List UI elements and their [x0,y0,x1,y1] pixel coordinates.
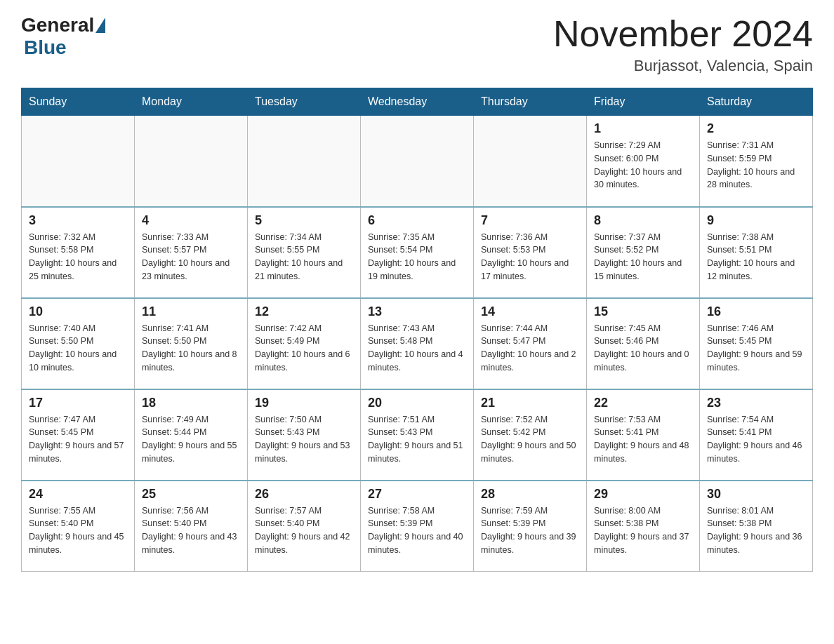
calendar-cell: 25Sunrise: 7:56 AMSunset: 5:40 PMDayligh… [135,481,248,572]
sun-info: Sunrise: 7:56 AMSunset: 5:40 PMDaylight:… [142,504,240,557]
col-header-wednesday: Wednesday [361,88,474,116]
day-number: 3 [29,213,127,228]
day-number: 16 [707,304,805,319]
day-number: 1 [594,121,692,136]
day-number: 6 [368,213,466,228]
sun-info: Sunrise: 7:33 AMSunset: 5:57 PMDaylight:… [142,231,240,283]
sun-info: Sunrise: 7:57 AMSunset: 5:40 PMDaylight:… [255,504,353,557]
calendar-cell: 24Sunrise: 7:55 AMSunset: 5:40 PMDayligh… [22,481,135,572]
sun-info: Sunrise: 7:49 AMSunset: 5:44 PMDaylight:… [142,413,240,466]
calendar-cell: 1Sunrise: 7:29 AMSunset: 6:00 PMDaylight… [587,116,700,207]
calendar-week-row: 17Sunrise: 7:47 AMSunset: 5:45 PMDayligh… [22,389,813,481]
calendar-cell: 6Sunrise: 7:35 AMSunset: 5:54 PMDaylight… [361,207,474,298]
sun-info: Sunrise: 7:52 AMSunset: 5:42 PMDaylight:… [481,413,579,466]
day-number: 21 [481,396,579,410]
sun-info: Sunrise: 7:34 AMSunset: 5:55 PMDaylight:… [255,231,353,283]
calendar-cell: 8Sunrise: 7:37 AMSunset: 5:52 PMDaylight… [587,207,700,298]
day-number: 12 [255,304,353,319]
logo-blue-text: Blue [24,36,67,58]
day-number: 25 [142,487,240,502]
calendar-cell: 17Sunrise: 7:47 AMSunset: 5:45 PMDayligh… [22,389,135,481]
calendar-week-row: 10Sunrise: 7:40 AMSunset: 5:50 PMDayligh… [22,298,813,389]
sun-info: Sunrise: 8:01 AMSunset: 5:38 PMDaylight:… [707,504,805,557]
sun-info: Sunrise: 7:32 AMSunset: 5:58 PMDaylight:… [29,231,127,283]
calendar-cell [22,116,135,207]
calendar-table: SundayMondayTuesdayWednesdayThursdayFrid… [21,88,813,572]
calendar-cell: 23Sunrise: 7:54 AMSunset: 5:41 PMDayligh… [700,389,813,481]
calendar-cell: 18Sunrise: 7:49 AMSunset: 5:44 PMDayligh… [135,389,248,481]
calendar-cell: 14Sunrise: 7:44 AMSunset: 5:47 PMDayligh… [474,298,587,389]
day-number: 30 [707,487,805,502]
sun-info: Sunrise: 7:53 AMSunset: 5:41 PMDaylight:… [594,413,692,466]
sun-info: Sunrise: 7:51 AMSunset: 5:43 PMDaylight:… [368,413,466,466]
col-header-saturday: Saturday [700,88,813,116]
calendar-cell: 12Sunrise: 7:42 AMSunset: 5:49 PMDayligh… [248,298,361,389]
sun-info: Sunrise: 7:59 AMSunset: 5:39 PMDaylight:… [481,504,579,557]
col-header-sunday: Sunday [22,88,135,116]
calendar-cell: 21Sunrise: 7:52 AMSunset: 5:42 PMDayligh… [474,389,587,481]
sun-info: Sunrise: 7:35 AMSunset: 5:54 PMDaylight:… [368,231,466,283]
day-number: 23 [707,396,805,410]
day-number: 2 [707,121,805,136]
calendar-cell: 16Sunrise: 7:46 AMSunset: 5:45 PMDayligh… [700,298,813,389]
day-number: 11 [142,304,240,319]
calendar-cell: 9Sunrise: 7:38 AMSunset: 5:51 PMDaylight… [700,207,813,298]
day-number: 27 [368,487,466,502]
page-header: General Blue November 2024 Burjassot, Va… [21,14,813,75]
calendar-week-row: 24Sunrise: 7:55 AMSunset: 5:40 PMDayligh… [22,481,813,572]
calendar-cell: 10Sunrise: 7:40 AMSunset: 5:50 PMDayligh… [22,298,135,389]
day-number: 5 [255,213,353,228]
day-number: 14 [481,304,579,319]
day-number: 19 [255,396,353,410]
col-header-tuesday: Tuesday [248,88,361,116]
sun-info: Sunrise: 7:58 AMSunset: 5:39 PMDaylight:… [368,504,466,557]
sun-info: Sunrise: 7:55 AMSunset: 5:40 PMDaylight:… [29,504,127,557]
calendar-cell: 19Sunrise: 7:50 AMSunset: 5:43 PMDayligh… [248,389,361,481]
calendar-cell: 7Sunrise: 7:36 AMSunset: 5:53 PMDaylight… [474,207,587,298]
sun-info: Sunrise: 7:37 AMSunset: 5:52 PMDaylight:… [594,231,692,283]
calendar-cell: 28Sunrise: 7:59 AMSunset: 5:39 PMDayligh… [474,481,587,572]
calendar-cell: 4Sunrise: 7:33 AMSunset: 5:57 PMDaylight… [135,207,248,298]
calendar-cell: 27Sunrise: 7:58 AMSunset: 5:39 PMDayligh… [361,481,474,572]
day-number: 8 [594,213,692,228]
day-number: 24 [29,487,127,502]
calendar-cell: 29Sunrise: 8:00 AMSunset: 5:38 PMDayligh… [587,481,700,572]
sun-info: Sunrise: 7:29 AMSunset: 6:00 PMDaylight:… [594,139,692,192]
calendar-cell: 22Sunrise: 7:53 AMSunset: 5:41 PMDayligh… [587,389,700,481]
day-number: 17 [29,396,127,410]
title-block: November 2024 Burjassot, Valencia, Spain [553,14,813,75]
sun-info: Sunrise: 7:46 AMSunset: 5:45 PMDaylight:… [707,322,805,375]
calendar-cell: 5Sunrise: 7:34 AMSunset: 5:55 PMDaylight… [248,207,361,298]
sun-info: Sunrise: 8:00 AMSunset: 5:38 PMDaylight:… [594,504,692,557]
calendar-cell [135,116,248,207]
sun-info: Sunrise: 7:45 AMSunset: 5:46 PMDaylight:… [594,322,692,375]
sun-info: Sunrise: 7:42 AMSunset: 5:49 PMDaylight:… [255,322,353,375]
calendar-cell: 30Sunrise: 8:01 AMSunset: 5:38 PMDayligh… [700,481,813,572]
calendar-cell: 15Sunrise: 7:45 AMSunset: 5:46 PMDayligh… [587,298,700,389]
calendar-cell [474,116,587,207]
day-number: 15 [594,304,692,319]
calendar-cell: 26Sunrise: 7:57 AMSunset: 5:40 PMDayligh… [248,481,361,572]
sun-info: Sunrise: 7:50 AMSunset: 5:43 PMDaylight:… [255,413,353,466]
day-number: 9 [707,213,805,228]
day-number: 13 [368,304,466,319]
day-number: 7 [481,213,579,228]
calendar-cell: 11Sunrise: 7:41 AMSunset: 5:50 PMDayligh… [135,298,248,389]
sun-info: Sunrise: 7:44 AMSunset: 5:47 PMDaylight:… [481,322,579,375]
day-number: 26 [255,487,353,502]
calendar-cell [361,116,474,207]
day-number: 4 [142,213,240,228]
logo-general-text: General [21,14,94,36]
sun-info: Sunrise: 7:31 AMSunset: 5:59 PMDaylight:… [707,139,805,192]
col-header-thursday: Thursday [474,88,587,116]
day-number: 28 [481,487,579,502]
calendar-header-row: SundayMondayTuesdayWednesdayThursdayFrid… [22,88,813,116]
location-subtitle: Burjassot, Valencia, Spain [553,57,813,75]
day-number: 29 [594,487,692,502]
calendar-week-row: 3Sunrise: 7:32 AMSunset: 5:58 PMDaylight… [22,207,813,298]
logo: General Blue [21,14,107,59]
calendar-cell [248,116,361,207]
day-number: 18 [142,396,240,410]
calendar-cell: 3Sunrise: 7:32 AMSunset: 5:58 PMDaylight… [22,207,135,298]
sun-info: Sunrise: 7:41 AMSunset: 5:50 PMDaylight:… [142,322,240,375]
